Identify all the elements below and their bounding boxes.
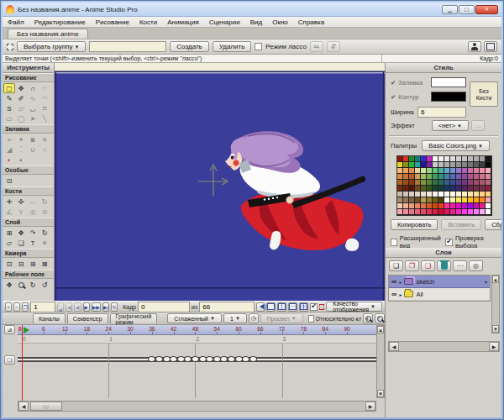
palette-swatch[interactable] — [409, 192, 415, 197]
palette-swatch[interactable] — [462, 168, 468, 174]
palette-swatch[interactable] — [427, 180, 433, 186]
palette-swatch[interactable] — [415, 209, 421, 215]
timeline-tab-sequencer[interactable]: Секвенсер — [67, 313, 108, 323]
palette-swatch[interactable] — [462, 174, 468, 180]
palette-swatch[interactable] — [474, 174, 480, 180]
total-frames-input[interactable] — [199, 302, 255, 312]
menu-item[interactable]: Файл — [8, 18, 24, 26]
insert-text-tool[interactable]: T — [27, 238, 39, 248]
document-tab[interactable]: Без названия.anime — [8, 29, 88, 39]
palette-swatch[interactable] — [456, 197, 462, 203]
palette-swatch[interactable] — [456, 192, 462, 197]
scroll-down-arrow[interactable]: ▼ — [377, 390, 384, 397]
timeline-tab-channels[interactable]: Каналы — [33, 313, 66, 323]
playhead-line[interactable] — [22, 325, 23, 401]
timeline-ruler[interactable]: 612182430364248546066727884900 — [18, 325, 376, 335]
step-forward-button[interactable]: ▶▶ — [92, 302, 101, 312]
palette-swatch[interactable] — [444, 156, 450, 162]
palette-swatch[interactable] — [474, 209, 480, 215]
layer-options-button[interactable]: ⋯ — [453, 260, 467, 271]
palette-swatch[interactable] — [474, 186, 480, 192]
palette-swatch[interactable] — [480, 192, 486, 197]
character-wizard-button[interactable] — [468, 41, 481, 52]
palette-swatch[interactable] — [456, 180, 462, 186]
palette-swatch[interactable] — [427, 192, 433, 197]
copy-style-button[interactable]: Копировать — [391, 219, 438, 230]
palette-swatch[interactable] — [427, 209, 433, 215]
display-quality-dropdown[interactable]: Качество отображения▼ — [326, 302, 382, 312]
lasso-mode-checkbox[interactable] — [255, 43, 262, 50]
palette-swatch[interactable] — [474, 162, 480, 168]
palette-swatch[interactable] — [438, 180, 444, 186]
layer-row[interactable]: ∞▸All — [389, 288, 490, 301]
palette-swatch[interactable] — [474, 168, 480, 174]
keyframe-marker[interactable] — [192, 356, 199, 362]
menu-item[interactable]: Вид — [250, 18, 262, 26]
expand-triangle-icon[interactable]: ▸ — [399, 279, 402, 285]
palette-swatch[interactable] — [474, 192, 480, 197]
palette-swatch[interactable] — [468, 174, 474, 180]
palette-swatch[interactable] — [409, 180, 415, 186]
palette-swatch[interactable] — [450, 203, 456, 209]
close-button[interactable]: ✕ — [475, 5, 498, 14]
palette-swatch[interactable] — [403, 174, 409, 180]
safe-zone-checkbox[interactable]: ✔ — [310, 303, 318, 311]
palette-swatch[interactable] — [403, 180, 409, 186]
palette-swatch[interactable] — [486, 180, 491, 186]
palette-swatch[interactable] — [450, 180, 456, 186]
current-frame-marker[interactable] — [24, 327, 29, 333]
palette-swatch[interactable] — [474, 203, 480, 209]
verify-selection-checkbox[interactable]: ✔ — [445, 239, 453, 246]
palette-swatch[interactable] — [462, 209, 468, 215]
palette-swatch[interactable] — [480, 209, 486, 215]
palette-swatch[interactable] — [427, 156, 433, 162]
palette-swatch[interactable] — [444, 162, 450, 168]
palette-swatch[interactable] — [468, 186, 474, 192]
palette-swatch[interactable] — [468, 162, 474, 168]
view-quad-button[interactable] — [299, 302, 308, 312]
palette-swatch[interactable] — [486, 209, 491, 215]
palette-swatch[interactable] — [444, 203, 450, 209]
scroll-left-arrow[interactable]: ◀ — [18, 402, 29, 411]
remove-keyframe-button[interactable]: − — [13, 302, 20, 312]
palette-swatch[interactable] — [468, 168, 474, 174]
loop-start-input[interactable] — [30, 302, 55, 312]
timing-button[interactable]: ◷ — [249, 313, 259, 323]
palette-swatch[interactable] — [462, 156, 468, 162]
palette-swatch[interactable] — [438, 156, 444, 162]
roll-camera-tool[interactable]: ⊞ — [27, 259, 39, 269]
palette-swatch[interactable] — [415, 197, 421, 203]
palette-swatch[interactable] — [397, 197, 403, 203]
palette-swatch[interactable] — [415, 203, 421, 209]
loop-button[interactable]: ↻ — [111, 302, 118, 312]
palette-swatch[interactable] — [486, 192, 491, 197]
palette-swatch[interactable] — [444, 209, 450, 215]
palette-swatch[interactable] — [450, 197, 456, 203]
layer-visible-icon[interactable]: ∞ — [391, 290, 396, 298]
palette-swatch[interactable] — [409, 209, 415, 215]
palette-swatch[interactable] — [438, 197, 444, 203]
stroke-color-swatch[interactable] — [431, 92, 466, 102]
scroll-right-arrow[interactable]: ▶ — [489, 342, 499, 351]
stroke-checkbox[interactable]: ✔ — [391, 93, 396, 101]
palette-swatch[interactable] — [397, 162, 403, 168]
translate-bone-tool[interactable]: ✣ — [15, 197, 27, 207]
canvas-viewport[interactable] — [55, 63, 385, 301]
palette-swatch[interactable] — [409, 197, 415, 203]
palette-swatch[interactable] — [462, 186, 468, 192]
zoom-camera-tool[interactable]: ⊟ — [15, 259, 27, 269]
translate-layer-tool[interactable]: ⊞ — [3, 228, 15, 238]
palette-swatch[interactable] — [415, 180, 421, 186]
palette-swatch[interactable] — [427, 162, 433, 168]
palette-swatch[interactable] — [444, 174, 450, 180]
palette-swatch[interactable] — [486, 156, 491, 162]
menu-item[interactable]: Кости — [139, 18, 157, 26]
scroll-up-arrow[interactable]: ▲ — [377, 326, 384, 333]
rotate-workspace-tool[interactable]: ↻ — [27, 280, 39, 290]
menu-item[interactable]: Анимация — [167, 18, 199, 26]
view-split-vertical-button[interactable] — [277, 302, 286, 312]
palette-swatch[interactable] — [427, 186, 433, 192]
keyframe-marker[interactable] — [155, 356, 163, 362]
palette-swatch[interactable] — [480, 156, 486, 162]
palette-swatch[interactable] — [409, 156, 415, 162]
